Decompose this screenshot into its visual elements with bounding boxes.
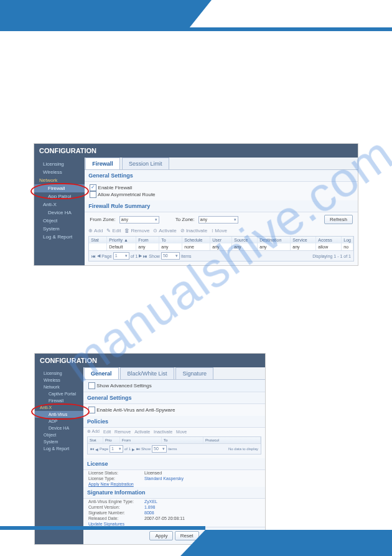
remove-button[interactable]: 🗑 Remove (124, 228, 149, 233)
add-button[interactable]: ⊕ Add (87, 429, 100, 434)
general-settings-title: General Settings (83, 392, 265, 404)
refresh-button[interactable]: Refresh (324, 215, 353, 224)
enable-firewall-checkbox[interactable]: ✓ (90, 184, 96, 191)
enable-firewall-label: Enable Firewall (98, 185, 133, 191)
tab-session-limit[interactable]: Session Limit (122, 158, 169, 169)
sidebar-item-wireless[interactable]: Wireless (35, 377, 83, 384)
highlight-circle (31, 403, 90, 420)
page-input[interactable]: 1 (110, 445, 123, 453)
no-data-label: No data to display (228, 447, 258, 451)
sidebar-item-system[interactable]: System (34, 225, 85, 233)
to-zone-label: To Zone: (175, 217, 195, 222)
sidebar-item-logreport[interactable]: Log & Report (34, 233, 85, 241)
show-advanced-checkbox[interactable] (88, 382, 95, 389)
signature-info-title: Signature Information (83, 487, 265, 499)
sidebar-item-captive[interactable]: Captive Portal (35, 390, 83, 397)
policies-table: Stat Prio From To Protocol ⏮◀ Page 1 of … (87, 436, 261, 455)
pager-last-icon[interactable]: ⏭ (143, 254, 147, 258)
page-size-select[interactable]: 50 (161, 252, 180, 260)
pager: ⏮◀ Page 1 of 1 ▶⏭ Show 50 items Displayi… (89, 250, 353, 261)
rule-summary-title: Firewall Rule Summary (85, 200, 358, 212)
sidebar-item-system[interactable]: System (35, 438, 83, 445)
general-settings-title: General Settings (85, 170, 358, 182)
page-input[interactable]: 1 (113, 252, 129, 260)
config-title: CONFIGURATION (34, 144, 358, 158)
col-log[interactable]: Log (342, 237, 353, 243)
tab-signature[interactable]: Signature (175, 367, 213, 379)
inactivate-button[interactable]: Inactivate (154, 430, 172, 434)
watermark: manualshive.com (196, 278, 197, 278)
sidebar-item-object[interactable]: Object (35, 431, 83, 438)
pager-display: Displaying 1 - 1 of 1 (312, 254, 351, 258)
antivirus-screenshot: CONFIGURATION Licensing Wireless Network… (34, 353, 266, 545)
move-button[interactable]: ↕ Move (211, 228, 227, 233)
col-destination[interactable]: Destination (258, 237, 291, 243)
edit-button[interactable]: ✎ Edit (106, 228, 121, 233)
pager-prev-icon[interactable]: ◀ (95, 447, 98, 451)
pager-next-icon[interactable]: ▶ (132, 447, 135, 451)
to-zone-select[interactable]: any (198, 216, 238, 224)
page-size-select[interactable]: 50 (152, 445, 167, 453)
pager-next-icon[interactable]: ▶ (139, 253, 142, 258)
pager-first-icon[interactable]: ⏮ (90, 447, 94, 451)
sidebar-item-antix[interactable]: Anti-X (34, 200, 85, 209)
enable-av-label: Enable Anti-Virus and Anti-Spyware (96, 407, 175, 413)
asym-route-label: Allow Asymmetrical Route (98, 192, 155, 197)
col-stat[interactable]: Stat (89, 237, 107, 243)
col-service[interactable]: Service (291, 237, 316, 243)
show-advanced-label: Show Advanced Settings (96, 383, 152, 389)
col-priority[interactable]: Priority ▲ (107, 237, 136, 243)
tab-firewall[interactable]: Firewall (85, 158, 120, 169)
col-access[interactable]: Access (316, 237, 342, 243)
sidebar-item-licensing[interactable]: Licensing (34, 160, 85, 168)
inactivate-button[interactable]: ⊘ Inactivate (180, 228, 207, 233)
highlight-circle (30, 183, 89, 199)
from-zone-label: From Zone: (90, 217, 115, 222)
update-signatures-link[interactable]: Update Signatures (88, 522, 124, 526)
main-panel: General Black/White List Signature Show … (83, 367, 265, 544)
sidebar: Licensing Wireless Network Firewall App … (34, 158, 85, 265)
rules-table: Stat Priority ▲ From To Schedule User So… (88, 236, 354, 262)
apply-registration-link[interactable]: Apply New Registration (88, 482, 134, 486)
activate-button[interactable]: Activate (134, 430, 150, 434)
asym-route-checkbox[interactable] (90, 191, 96, 198)
edit-button[interactable]: Edit (103, 430, 111, 434)
sidebar-item-licensing[interactable]: Licensing (35, 370, 83, 377)
col-to[interactable]: To (159, 237, 182, 243)
policies-title: Policies (83, 416, 265, 428)
sidebar-item-network[interactable]: Network (35, 384, 83, 390)
page-footer (0, 526, 392, 545)
sidebar-item-deviceha[interactable]: Device HA (35, 425, 83, 431)
sidebar: Licensing Wireless Network Captive Porta… (35, 367, 83, 544)
page-header (0, 0, 392, 37)
activate-button[interactable]: ⊙ Activate (153, 228, 176, 233)
col-source[interactable]: Source (232, 237, 258, 243)
config-title: CONFIGURATION (35, 354, 265, 367)
sidebar-item-logreport[interactable]: Log & Report (35, 445, 83, 452)
tab-blackwhite[interactable]: Black/White List (120, 367, 174, 379)
main-panel: Firewall Session Limit General Settings … (85, 158, 358, 265)
col-schedule[interactable]: Schedule (182, 237, 210, 243)
add-button[interactable]: ⊕ Add (88, 228, 103, 233)
license-title: License (83, 458, 265, 470)
pager-last-icon[interactable]: ⏭ (136, 447, 140, 451)
sidebar-item-object[interactable]: Object (34, 217, 85, 225)
col-user[interactable]: User (210, 237, 232, 243)
sidebar-item-deviceha[interactable]: Device HA (34, 209, 85, 217)
remove-button[interactable]: Remove (114, 430, 131, 434)
col-from[interactable]: From (136, 237, 159, 243)
firewall-screenshot: CONFIGURATION Licensing Wireless Network… (34, 143, 358, 266)
sidebar-item-wireless[interactable]: Wireless (34, 168, 85, 176)
pager-prev-icon[interactable]: ◀ (97, 253, 100, 258)
table-row[interactable]: Default any any none any any any any all… (89, 243, 353, 250)
from-zone-select[interactable]: any (119, 216, 159, 224)
tab-general[interactable]: General (84, 367, 119, 379)
pager-first-icon[interactable]: ⏮ (91, 254, 96, 258)
move-button[interactable]: Move (176, 430, 187, 434)
